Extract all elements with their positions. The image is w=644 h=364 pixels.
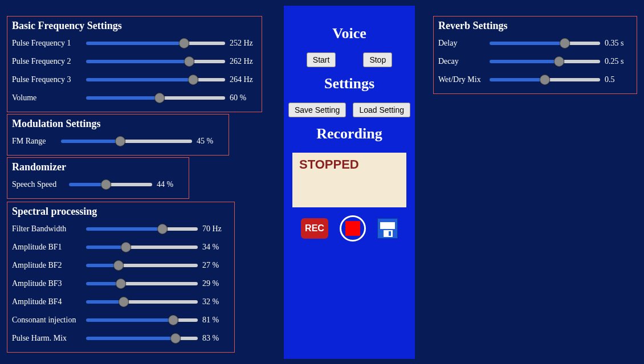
- voice-heading: Voice: [284, 25, 415, 42]
- slider-value: 0.25 s: [600, 57, 632, 66]
- slider-row: Wet/Dry Mix0.5: [438, 71, 632, 89]
- modulation-panel: Modulation Settings FM Range45 %: [7, 114, 229, 156]
- slider-value: 264 Hz: [225, 75, 257, 84]
- slider[interactable]: [69, 183, 152, 186]
- reverb-panel: Reverb Settings Delay0.35 sDecay0.25 sWe…: [433, 16, 637, 94]
- slider[interactable]: [86, 246, 198, 249]
- slider-value: 0.5: [600, 75, 632, 84]
- panel-title: Basic Frequency Settings: [12, 20, 257, 32]
- slider[interactable]: [490, 60, 600, 63]
- slider-label: Amplitude BF3: [12, 279, 86, 288]
- slider-label: Consonant injection: [12, 316, 86, 325]
- slider-row: Filter Bandwidth70 Hz: [12, 220, 230, 238]
- panel-title: Reverb Settings: [438, 20, 632, 32]
- slider-row: FM Range45 %: [12, 132, 224, 150]
- stop-icon: [345, 221, 360, 236]
- slider[interactable]: [61, 140, 192, 143]
- slider[interactable]: [86, 264, 198, 267]
- slider-row: Volume60 %: [12, 89, 257, 107]
- start-button[interactable]: Start: [307, 52, 336, 67]
- slider[interactable]: [86, 227, 198, 231]
- slider-row: Pulse Frequency 1252 Hz: [12, 34, 257, 52]
- save-recording-button[interactable]: [377, 218, 398, 239]
- slider[interactable]: [490, 78, 600, 81]
- slider[interactable]: [86, 318, 198, 322]
- slider-label: Filter Bandwidth: [12, 224, 86, 234]
- slider-row: Pulse Frequency 3264 Hz: [12, 71, 257, 89]
- settings-heading: Settings: [284, 75, 415, 92]
- slider-value: 45 %: [192, 137, 224, 146]
- slider-value: 34 %: [198, 243, 230, 252]
- slider[interactable]: [86, 282, 198, 285]
- randomizer-panel: Randomizer Speech Speed44 %: [7, 157, 189, 199]
- slider-row: Pulse Harm. Mix83 %: [12, 329, 230, 347]
- load-setting-button[interactable]: Load Setting: [353, 103, 410, 117]
- slider-row: Amplitude BF134 %: [12, 238, 230, 256]
- record-button[interactable]: REC: [301, 218, 328, 239]
- stop-button[interactable]: Stop: [363, 52, 392, 67]
- slider-value: 27 %: [198, 261, 230, 270]
- slider-value: 252 Hz: [225, 39, 257, 48]
- slider-row: Consonant injection81 %: [12, 311, 230, 329]
- slider-label: Wet/Dry Mix: [438, 75, 490, 84]
- panel-title: Randomizer: [12, 161, 184, 173]
- slider[interactable]: [86, 42, 225, 45]
- slider-label: Pulse Frequency 3: [12, 75, 86, 84]
- save-setting-button[interactable]: Save Setting: [288, 103, 346, 117]
- stop-record-button[interactable]: [340, 215, 366, 242]
- slider-label: Amplitude BF4: [12, 297, 86, 306]
- slider-value: 70 Hz: [198, 224, 230, 234]
- slider-row: Pulse Frequency 2262 Hz: [12, 52, 257, 71]
- slider-label: Volume: [12, 93, 86, 103]
- center-column: Voice Start Stop Settings Save Setting L…: [284, 6, 415, 359]
- slider-row: Amplitude BF227 %: [12, 256, 230, 275]
- slider-value: 44 %: [152, 180, 184, 189]
- slider-label: Pulse Harm. Mix: [12, 334, 86, 343]
- slider-value: 60 %: [225, 93, 257, 103]
- slider-value: 29 %: [198, 279, 230, 288]
- slider-row: Decay0.25 s: [438, 52, 632, 71]
- slider-row: Speech Speed44 %: [12, 175, 184, 194]
- slider[interactable]: [86, 60, 225, 63]
- slider-value: 0.35 s: [600, 39, 632, 48]
- slider[interactable]: [86, 78, 225, 81]
- slider-value: 83 %: [198, 334, 230, 343]
- slider-label: Speech Speed: [12, 180, 69, 189]
- slider[interactable]: [86, 337, 198, 340]
- recording-status-display: STOPPED: [292, 153, 406, 207]
- spectral-panel: Spectral processing Filter Bandwidth70 H…: [7, 202, 235, 353]
- slider-value: 32 %: [198, 297, 230, 306]
- slider-row: Delay0.35 s: [438, 34, 632, 52]
- slider-row: Amplitude BF432 %: [12, 293, 230, 311]
- slider-label: Amplitude BF1: [12, 243, 86, 252]
- slider[interactable]: [86, 96, 225, 100]
- slider-label: Delay: [438, 39, 490, 48]
- slider-value: 81 %: [198, 316, 230, 325]
- recording-heading: Recording: [284, 125, 415, 142]
- slider[interactable]: [490, 42, 600, 45]
- slider-label: Pulse Frequency 2: [12, 57, 86, 66]
- slider-label: Pulse Frequency 1: [12, 39, 86, 48]
- slider-label: FM Range: [12, 137, 61, 146]
- floppy-icon: [380, 222, 395, 229]
- basic-frequency-panel: Basic Frequency Settings Pulse Frequency…: [7, 16, 262, 112]
- slider-label: Amplitude BF2: [12, 261, 86, 270]
- panel-title: Modulation Settings: [12, 118, 224, 130]
- slider-label: Decay: [438, 57, 490, 66]
- slider-value: 262 Hz: [225, 57, 257, 66]
- slider[interactable]: [86, 300, 198, 304]
- panel-title: Spectral processing: [12, 206, 230, 218]
- slider-row: Amplitude BF329 %: [12, 275, 230, 293]
